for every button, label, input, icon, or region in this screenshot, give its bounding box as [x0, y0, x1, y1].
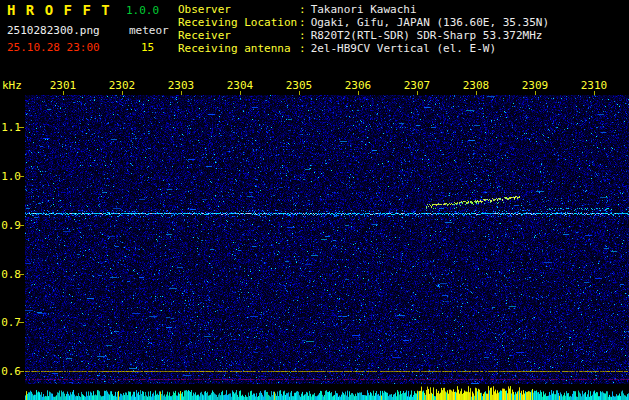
y-axis-tick-label: 0.8 [0, 267, 21, 280]
output-filename: 2510282300.png [7, 24, 100, 37]
x-axis-tick [535, 91, 536, 95]
y-axis-tick-label: 1.1 [0, 121, 21, 134]
info-row: Receiver:R820T2(RTL-SDR) SDR-Sharp 53.37… [178, 29, 549, 42]
info-label: Receiver [178, 29, 299, 42]
info-label: Observer [178, 3, 299, 16]
x-axis-tick [240, 91, 241, 95]
x-axis-tick [299, 91, 300, 95]
y-axis-tick-label: 0.9 [0, 218, 21, 231]
observation-datetime: 25.10.28 23:00 [7, 41, 100, 54]
y-axis-tick [19, 274, 24, 275]
y-axis-unit: kHz [2, 79, 22, 92]
y-axis-tick [19, 322, 24, 323]
y-axis-tick-label: 1.0 [0, 170, 21, 183]
info-label: Receiving Location [178, 16, 299, 29]
y-axis-tick [19, 176, 24, 177]
y-axis-tick [19, 371, 24, 372]
info-value: R820T2(RTL-SDR) SDR-Sharp 53.372MHz [306, 29, 543, 42]
info-colon: : [299, 42, 306, 55]
echo-count: 15 [141, 41, 154, 54]
x-axis-tick [358, 91, 359, 95]
info-label: Receiving antenna [178, 42, 299, 55]
info-row: Receiving antenna:2el-HB9CV Vertical (el… [178, 42, 549, 55]
info-colon: : [299, 29, 306, 42]
info-value: 2el-HB9CV Vertical (el. E-W) [306, 42, 496, 55]
x-axis-tick [63, 91, 64, 95]
x-axis-tick [417, 91, 418, 95]
y-axis-tick-label: 0.6 [0, 365, 21, 378]
y-axis-tick [19, 225, 24, 226]
info-row: Receiving Location:Ogaki, Gifu, JAPAN (1… [178, 16, 549, 29]
mode-label: meteor [129, 24, 169, 37]
info-row: Observer:Takanori Kawachi [178, 3, 549, 16]
spectrogram-canvas [25, 95, 629, 400]
x-axis-tick [181, 91, 182, 95]
hrofft-output: H R O F F T 1.0.0 2510282300.png meteor … [0, 0, 629, 400]
x-axis-tick [122, 91, 123, 95]
app-title: H R O F F T [7, 2, 111, 18]
app-version: 1.0.0 [126, 4, 159, 17]
info-colon: : [299, 16, 306, 29]
info-value: Ogaki, Gifu, JAPAN (136.60E, 35.35N) [306, 16, 549, 29]
station-info: Observer:Takanori KawachiReceiving Locat… [178, 3, 549, 55]
info-colon: : [299, 3, 306, 16]
info-value: Takanori Kawachi [306, 3, 417, 16]
y-axis-tick [19, 127, 24, 128]
x-axis-tick [594, 91, 595, 95]
y-axis-tick-label: 0.7 [0, 316, 21, 329]
x-axis-tick [476, 91, 477, 95]
